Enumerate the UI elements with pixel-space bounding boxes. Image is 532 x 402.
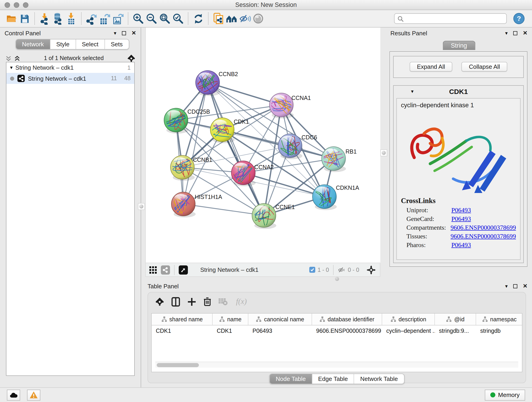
column-header-shared-name[interactable]: shared name bbox=[152, 313, 213, 325]
string-results-box: Expand All Collapse All ▾ CDK1 cyclin–de… bbox=[389, 51, 527, 267]
home-button[interactable] bbox=[225, 12, 238, 26]
tab-node-table[interactable]: Node Table bbox=[270, 374, 312, 384]
zoom-in-button[interactable] bbox=[132, 12, 145, 26]
collapse-entry-icon[interactable]: ▾ bbox=[411, 89, 413, 94]
right-splitter-handle[interactable] bbox=[380, 149, 387, 156]
grid-view-button[interactable] bbox=[149, 266, 157, 274]
zoom-out-button[interactable] bbox=[145, 12, 158, 26]
node-CDKN1A[interactable] bbox=[312, 181, 337, 212]
column-header-@id[interactable]: @id bbox=[435, 313, 476, 325]
table-cell: stringdb bbox=[476, 325, 522, 336]
network-collection-row[interactable]: ▾ String Network – cdk1 1 bbox=[6, 62, 134, 73]
panel-menu-icon[interactable]: ▾ bbox=[505, 31, 508, 36]
import-network-icon bbox=[39, 13, 51, 25]
import-table-button[interactable] bbox=[65, 12, 78, 26]
show-columns-icon[interactable] bbox=[171, 297, 180, 306]
node-label-CCNE1: CCNE1 bbox=[275, 204, 295, 210]
zoom-in-icon bbox=[132, 13, 144, 25]
database-network-icon bbox=[52, 12, 64, 25]
memory-status-dot bbox=[490, 392, 495, 397]
tab-select[interactable]: Select bbox=[76, 39, 105, 49]
new-network-from-selection-button[interactable] bbox=[212, 12, 225, 26]
left-splitter-handle[interactable] bbox=[138, 203, 145, 210]
open-session-button[interactable] bbox=[5, 12, 18, 26]
export-table-button[interactable] bbox=[98, 12, 111, 26]
zoom-fit-icon bbox=[159, 13, 171, 25]
import-network-from-database-button[interactable] bbox=[51, 12, 65, 26]
horizontal-scrollbar[interactable] bbox=[155, 362, 518, 368]
crosslink-link[interactable]: 9606.ENSP00000378699 bbox=[451, 233, 516, 240]
horizontal-splitter-handle[interactable] bbox=[335, 277, 339, 281]
cloud-status-button[interactable] bbox=[7, 389, 20, 400]
node-CCNE1[interactable] bbox=[252, 204, 276, 229]
results-panel: Results Panel ▾ ✕ String Expand All Coll… bbox=[386, 27, 532, 281]
crosslink-link[interactable]: P06493 bbox=[451, 242, 471, 249]
table-options-gear-icon[interactable] bbox=[155, 297, 164, 306]
zoom-out-icon bbox=[146, 13, 157, 25]
column-header-name[interactable]: name bbox=[213, 313, 248, 325]
hidden-eye-slash-icon[interactable] bbox=[338, 267, 346, 273]
column-header-canonical-name[interactable]: canonical name bbox=[248, 313, 312, 325]
memory-button[interactable]: Memory bbox=[485, 389, 525, 400]
node-CDC6[interactable] bbox=[278, 134, 302, 159]
column-header-description[interactable]: description bbox=[382, 313, 435, 325]
fit-selection-target-icon[interactable] bbox=[366, 265, 376, 275]
eye-button[interactable] bbox=[252, 12, 265, 26]
table-row[interactable]: CDK1CDK1P064939606.ENSP00000378699cyclin… bbox=[152, 325, 522, 336]
float-panel-icon[interactable] bbox=[513, 284, 517, 288]
detach-view-button[interactable] bbox=[179, 265, 188, 274]
tab-network-table[interactable]: Network Table bbox=[354, 374, 404, 384]
selected-nodes-checkbox[interactable] bbox=[309, 267, 315, 273]
import-network-button[interactable] bbox=[38, 12, 51, 26]
crosslink-link[interactable]: P06493 bbox=[451, 216, 471, 223]
search-box[interactable] bbox=[394, 13, 507, 24]
zoom-selected-icon bbox=[172, 13, 184, 25]
tab-string[interactable]: String bbox=[443, 41, 475, 50]
collapse-all-button[interactable]: Collapse All bbox=[462, 62, 507, 71]
close-panel-icon[interactable]: ✕ bbox=[132, 30, 136, 36]
tab-edge-table[interactable]: Edge Table bbox=[312, 374, 355, 384]
network-view-button[interactable] bbox=[161, 265, 170, 274]
export-image-button[interactable] bbox=[111, 12, 125, 26]
warnings-button[interactable] bbox=[27, 389, 40, 400]
crosslink-link[interactable]: 9606.ENSP00000378699 bbox=[451, 224, 516, 231]
node-CCNA2[interactable] bbox=[231, 161, 258, 187]
refresh-button[interactable] bbox=[191, 12, 205, 26]
node-CDC25B[interactable] bbox=[160, 105, 191, 134]
crosslink-link[interactable]: P06493 bbox=[451, 207, 471, 214]
network-row-selected[interactable]: String Network – cdk1 1148 bbox=[6, 73, 134, 84]
network-options-gear-icon[interactable] bbox=[127, 54, 135, 62]
help-button[interactable]: ? bbox=[513, 13, 525, 24]
export-network-button[interactable] bbox=[85, 12, 98, 26]
column-header-database-identifier[interactable]: database identifier bbox=[312, 313, 382, 325]
window-title: Session: New Session bbox=[0, 1, 532, 8]
float-panel-icon[interactable] bbox=[513, 31, 517, 35]
collapse-all-icon[interactable] bbox=[6, 55, 12, 61]
control-panel-title: Control Panel bbox=[5, 30, 41, 36]
expand-all-button[interactable]: Expand All bbox=[410, 62, 452, 71]
zoom-selected-button[interactable] bbox=[171, 12, 185, 26]
crosslink-label: Compartments: bbox=[406, 224, 451, 231]
tree-expander-icon[interactable]: ▾ bbox=[10, 65, 13, 70]
panel-menu-icon[interactable]: ▾ bbox=[505, 283, 508, 288]
tab-sets[interactable]: Sets bbox=[105, 39, 128, 49]
close-panel-icon[interactable]: ✕ bbox=[523, 30, 527, 36]
float-panel-icon[interactable] bbox=[122, 31, 126, 35]
close-panel-icon[interactable]: ✕ bbox=[523, 283, 527, 289]
column-header-namespac[interactable]: namespac bbox=[476, 313, 522, 325]
zoom-fit-button[interactable] bbox=[158, 12, 171, 26]
node-label-HIST1H1A: HIST1H1A bbox=[195, 194, 222, 200]
tab-style[interactable]: Style bbox=[50, 39, 76, 49]
create-column-icon[interactable] bbox=[187, 297, 196, 306]
table-cell: cyclin–dependent ... bbox=[382, 325, 435, 336]
save-session-button[interactable] bbox=[18, 12, 31, 26]
expand-all-icon[interactable] bbox=[14, 55, 20, 61]
network-view-canvas[interactable]: CCNB2CCNA1CDC25BCDK1CDC6RB1CCNB1CCNA2CDK… bbox=[145, 27, 380, 263]
hide-unhide-button[interactable] bbox=[238, 12, 252, 26]
tab-network[interactable]: Network bbox=[16, 39, 50, 49]
search-input[interactable] bbox=[405, 15, 504, 22]
edge-CCNB2-HIST1H1A[interactable] bbox=[183, 83, 208, 204]
delete-column-icon[interactable] bbox=[203, 297, 211, 306]
scrollbar-thumb[interactable] bbox=[157, 363, 199, 367]
panel-menu-icon[interactable]: ▾ bbox=[114, 31, 116, 36]
